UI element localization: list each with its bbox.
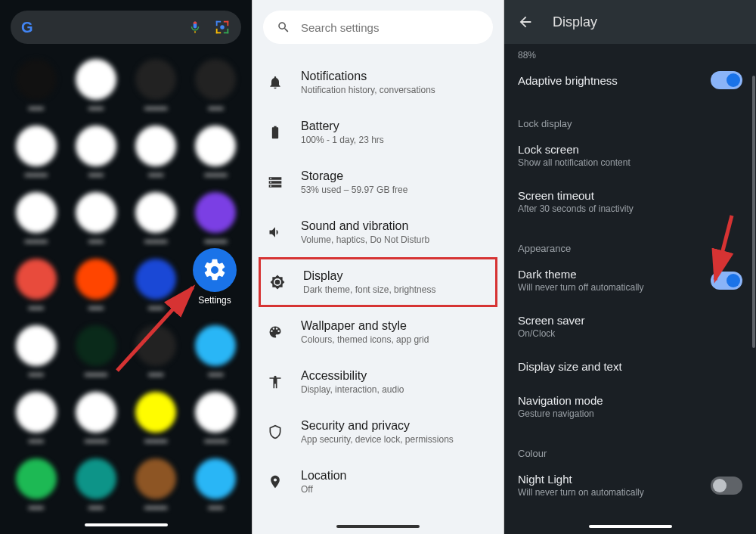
settings-item-sound[interactable]: Sound and vibrationVolume, haptics, Do N… (253, 207, 503, 257)
settings-search-box[interactable] (263, 11, 493, 44)
svg-rect-3 (227, 21, 228, 26)
settings-item-wallpaper[interactable]: Wallpaper and styleColours, themed icons… (253, 307, 503, 357)
display-header: Display (504, 0, 756, 44)
settings-item-display[interactable]: DisplayDark theme, font size, brightness (259, 257, 497, 307)
home-indicator[interactable] (336, 525, 420, 528)
settings-item-security[interactable]: Security and privacyApp security, device… (253, 407, 503, 457)
section-appearance: Appearance (518, 243, 742, 254)
scrollbar[interactable] (752, 76, 755, 348)
settings-item-accessibility[interactable]: AccessibilityDisplay, interaction, audio (253, 357, 503, 407)
search-icon (277, 20, 290, 34)
settings-item-storage[interactable]: Storage53% used – 59.97 GB free (253, 157, 503, 207)
home-indicator[interactable] (589, 525, 672, 528)
svg-point-8 (220, 25, 225, 29)
dark-theme-toggle[interactable] (711, 272, 742, 290)
adaptive-brightness-toggle[interactable] (711, 71, 742, 89)
accessibility-icon (266, 373, 284, 391)
gear-icon (202, 257, 228, 283)
back-button[interactable] (516, 13, 534, 31)
svg-rect-5 (216, 29, 218, 33)
settings-list-panel: NotificationsNotification history, conve… (252, 0, 504, 534)
google-search-bar[interactable]: G (11, 11, 241, 44)
dark-theme-row[interactable]: Dark themeWill never turn off automatica… (518, 257, 742, 303)
settings-search-input[interactable] (301, 21, 479, 34)
brightness-icon (268, 273, 287, 291)
screen-timeout-row[interactable]: Screen timeoutAfter 30 seconds of inacti… (518, 179, 742, 225)
volume-icon (266, 223, 284, 241)
section-colour: Colour (518, 448, 742, 459)
location-icon (266, 473, 284, 491)
lens-icon[interactable] (214, 19, 231, 36)
battery-icon (266, 123, 284, 141)
adaptive-brightness-row[interactable]: Adaptive brightness (518, 61, 742, 100)
lock-screen-row[interactable]: Lock screenShow all notification content (518, 132, 742, 179)
navigation-mode-row[interactable]: Navigation modeGesture navigation (518, 383, 742, 430)
display-settings-panel: Display 88% Adaptive brightness Lock dis… (504, 0, 756, 534)
home-indicator[interactable] (85, 523, 168, 526)
settings-app-icon[interactable]: Settings (193, 248, 237, 306)
home-screen-panel: G ▬▬ ▬▬ ▬▬▬ ▬▬ ▬▬▬ ▬▬ ▬▬ ▬▬▬ ▬▬▬ ▬▬ ▬▬▬ … (0, 0, 252, 534)
settings-item-notifications[interactable]: NotificationsNotification history, conve… (253, 57, 503, 107)
screen-saver-row[interactable]: Screen saverOn/Clock (518, 303, 742, 349)
arrow-left-icon (517, 14, 534, 30)
bell-icon (266, 73, 284, 92)
night-light-row[interactable]: Night LightWill never turn on automatica… (518, 462, 742, 508)
night-light-toggle[interactable] (711, 477, 742, 495)
palette-icon (266, 323, 284, 341)
display-size-row[interactable]: Display size and text (518, 349, 742, 383)
mic-icon[interactable] (187, 19, 203, 36)
page-title: Display (553, 14, 597, 30)
storage-icon (266, 173, 284, 191)
settings-item-battery[interactable]: Battery100% - 1 day, 23 hrs (253, 107, 503, 157)
settings-app-label: Settings (198, 295, 231, 306)
section-lock-display: Lock display (518, 118, 742, 129)
settings-item-location[interactable]: LocationOff (253, 457, 503, 507)
shield-icon (266, 423, 284, 441)
google-logo-icon: G (21, 19, 33, 36)
svg-rect-7 (227, 29, 228, 33)
svg-rect-1 (216, 21, 218, 26)
brightness-value: 88% (518, 50, 742, 61)
